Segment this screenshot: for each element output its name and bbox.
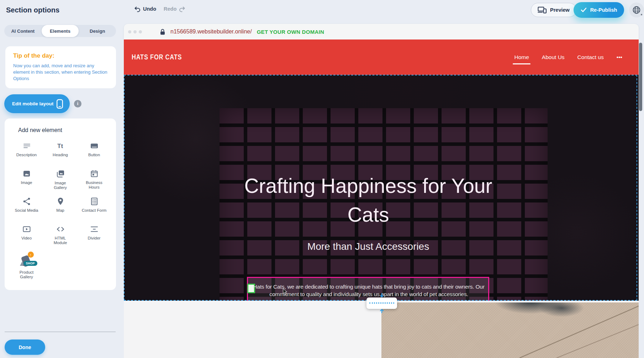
element-divider[interactable]: Divider [77, 225, 111, 247]
redo-icon [179, 6, 186, 12]
html-module-icon [56, 225, 65, 234]
section-resize-handle[interactable] [366, 298, 397, 309]
lock-icon [160, 28, 165, 35]
element-grid: Description Tt Heading Button [10, 141, 111, 279]
done-button[interactable]: Done [5, 339, 45, 355]
image-icon [22, 169, 31, 178]
shop-badge: SHOP [23, 261, 37, 266]
hero-section[interactable]: Crafting Happiness for Your Cats More th… [124, 75, 639, 301]
business-hours-icon [90, 169, 99, 178]
nav-about-us[interactable]: About Us [542, 54, 565, 60]
panel-divider [5, 332, 116, 332]
edit-mobile-layout-label: Edit mobile layout [12, 101, 53, 106]
video-icon [22, 225, 31, 234]
element-map[interactable]: Map [43, 197, 77, 220]
upload-arrow-badge: ↑ [28, 252, 34, 258]
contact-form-icon [90, 197, 99, 206]
element-business-hours[interactable]: Business Hours [77, 169, 111, 192]
preview-button[interactable]: Preview [531, 3, 576, 17]
button-icon [90, 141, 99, 151]
website-builder-app: Section options AI Content Elements Desi… [0, 0, 644, 358]
hero-heading[interactable]: Crafting Happiness for Your Cats [222, 172, 514, 229]
tip-title: Tip of the day: [13, 52, 108, 59]
element-button[interactable]: Button [77, 141, 111, 164]
arrow-down-icon [380, 293, 384, 298]
republish-button[interactable]: Re-Publish [574, 2, 624, 18]
element-contact-form[interactable]: Contact Form [77, 197, 111, 220]
element-description[interactable]: Description [10, 141, 43, 164]
element-video[interactable]: Video [10, 225, 43, 247]
mobile-phone-icon [56, 99, 63, 109]
nav-contact-us[interactable]: Contact us [577, 54, 604, 60]
product-gallery-icon: ↑ SHOP [19, 252, 35, 268]
element-image[interactable]: Image [10, 169, 43, 192]
tip-body: Now you can add, move and resize any ele… [13, 63, 109, 82]
scrollbar-thumb[interactable] [639, 43, 642, 111]
site-nav: Home About Us Contact us ••• [514, 40, 622, 75]
heading-icon: Tt [56, 141, 65, 151]
browser-dots [128, 30, 142, 33]
globe-status-dot [640, 13, 643, 16]
devices-icon [538, 6, 547, 14]
get-domain-link[interactable]: GET YOUR OWN DOMAIN [257, 29, 324, 35]
edit-mobile-layout-button[interactable]: Edit mobile layout [4, 94, 70, 113]
browser-address-bar: n1566589.websitebuilder.online/ GET YOUR… [124, 24, 639, 40]
element-social-media[interactable]: Social Media [10, 197, 43, 220]
site-url[interactable]: n1566589.websitebuilder.online/ [170, 28, 252, 35]
site-preview-window: n1566589.websitebuilder.online/ GET YOUR… [124, 24, 639, 358]
page-title: Section options [6, 6, 59, 14]
resize-arrows [380, 293, 384, 313]
element-heading[interactable]: Tt Heading [43, 141, 77, 164]
nav-more-menu[interactable]: ••• [617, 54, 622, 60]
description-icon [22, 141, 31, 151]
add-element-title: Add new element [10, 127, 111, 133]
language-globe-button[interactable] [629, 2, 644, 17]
svg-text:Tt: Tt [57, 143, 63, 149]
undo-icon [133, 6, 141, 12]
arrow-up-icon [380, 308, 384, 313]
globe-icon [632, 5, 641, 15]
element-image-gallery[interactable]: Image Gallery [43, 169, 77, 192]
check-icon [581, 7, 587, 12]
add-new-element-card: Add new element Description Tt Heading [5, 119, 116, 290]
divider-icon [90, 225, 99, 234]
tab-elements[interactable]: Elements [42, 25, 79, 37]
info-icon[interactable]: i [74, 100, 81, 107]
hero-subheading[interactable]: More than Just Accessories [222, 241, 514, 252]
pavement-photo [381, 302, 639, 358]
tip-of-the-day-card: Tip of the day: Now you can add, move an… [5, 46, 116, 88]
social-media-icon [22, 197, 31, 206]
site-header: HATS FOR CATS Home About Us Contact us •… [124, 40, 639, 75]
site-logo[interactable]: HATS FOR CATS [132, 53, 182, 61]
mouse-cursor [283, 288, 288, 297]
image-gallery-icon [56, 169, 65, 179]
redo-button[interactable]: Redo [164, 6, 186, 12]
element-html-module[interactable]: HTML Module [43, 225, 77, 247]
element-product-gallery[interactable]: ↑ SHOP Product Gallery [10, 252, 43, 279]
nav-home[interactable]: Home [514, 54, 529, 60]
tab-ai-content[interactable]: AI Content [4, 25, 42, 37]
undo-button[interactable]: Undo [133, 6, 156, 12]
panel-tabs: AI Content Elements Design [4, 25, 116, 37]
tab-design[interactable]: Design [79, 25, 116, 37]
map-icon [56, 197, 65, 206]
